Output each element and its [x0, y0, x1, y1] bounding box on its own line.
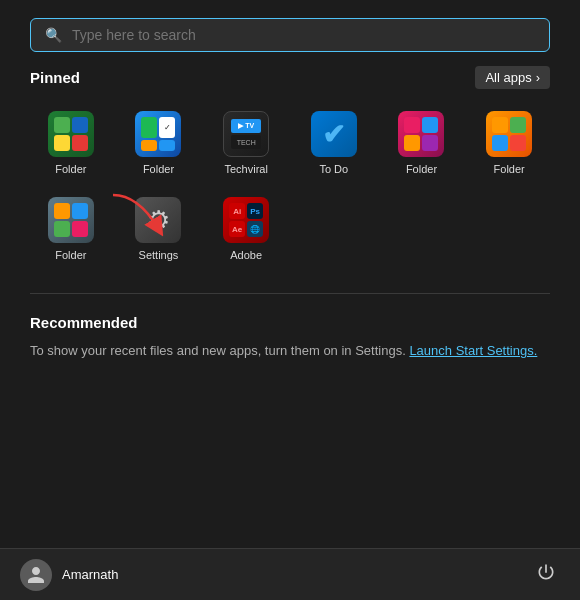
all-apps-label: All apps: [485, 70, 531, 85]
launch-settings-link[interactable]: Launch Start Settings.: [409, 343, 537, 358]
app-label-adobe: Adobe: [230, 249, 262, 261]
app-icon-settings: ⚙: [135, 197, 181, 243]
app-item-folder5[interactable]: Folder: [468, 103, 550, 183]
search-input[interactable]: [72, 27, 535, 43]
start-menu: 🔍 Pinned All apps › Folder: [0, 0, 580, 600]
app-label-settings: Settings: [139, 249, 179, 261]
power-button[interactable]: [532, 558, 560, 591]
user-name: Amarnath: [62, 567, 118, 582]
app-item-folder1[interactable]: Folder: [30, 103, 112, 183]
app-icon-techviral: ▶ TV TECH: [223, 111, 269, 157]
taskbar: Amarnath: [0, 548, 580, 600]
app-item-todo[interactable]: ✔ To Do: [293, 103, 375, 183]
recommended-description: To show your recent files and new apps, …: [30, 341, 550, 361]
app-icon-folder2: ✓: [135, 111, 181, 157]
pinned-title: Pinned: [30, 69, 80, 86]
app-item-techviral[interactable]: ▶ TV TECH Techviral: [205, 103, 287, 183]
recommended-title: Recommended: [30, 314, 550, 331]
app-icon-adobe: Ai Ps Ae 🌐: [223, 197, 269, 243]
app-item-folder6[interactable]: Folder: [30, 189, 112, 269]
app-label-folder2: Folder: [143, 163, 174, 175]
app-label-folder1: Folder: [55, 163, 86, 175]
todo-check-icon: ✔: [322, 118, 345, 151]
app-item-folder4[interactable]: Folder: [381, 103, 463, 183]
app-item-settings[interactable]: ⚙ Settings: [118, 189, 200, 269]
app-icon-folder4: [398, 111, 444, 157]
app-label-todo: To Do: [319, 163, 348, 175]
app-item-adobe[interactable]: Ai Ps Ae 🌐 Adobe: [205, 189, 287, 269]
chevron-right-icon: ›: [536, 70, 540, 85]
app-label-folder4: Folder: [406, 163, 437, 175]
user-avatar: [20, 559, 52, 591]
app-icon-folder6: [48, 197, 94, 243]
app-label-folder6: Folder: [55, 249, 86, 261]
app-item-folder2[interactable]: ✓ Folder: [118, 103, 200, 183]
user-section[interactable]: Amarnath: [20, 559, 118, 591]
app-icon-todo: ✔: [311, 111, 357, 157]
gear-icon: ⚙: [147, 205, 170, 236]
search-icon: 🔍: [45, 27, 62, 43]
search-bar[interactable]: 🔍: [30, 18, 550, 52]
app-icon-folder5: [486, 111, 532, 157]
recommended-section: Recommended To show your recent files an…: [30, 293, 550, 361]
all-apps-button[interactable]: All apps ›: [475, 66, 550, 89]
pinned-section-header: Pinned All apps ›: [30, 66, 550, 89]
app-grid: Folder ✓ Folder ▶ TV TECH Tec: [30, 103, 550, 269]
app-label-folder5: Folder: [494, 163, 525, 175]
app-label-techviral: Techviral: [224, 163, 267, 175]
app-icon-folder1: [48, 111, 94, 157]
